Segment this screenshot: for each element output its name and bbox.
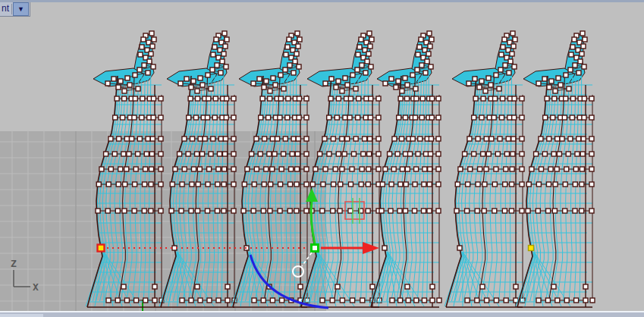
control-point[interactable] — [149, 182, 153, 187]
control-point[interactable] — [363, 115, 368, 120]
control-point[interactable] — [327, 115, 331, 120]
control-point[interactable] — [467, 81, 471, 86]
control-point[interactable] — [296, 137, 300, 141]
control-point[interactable] — [366, 167, 371, 171]
control-point[interactable] — [405, 284, 410, 289]
control-point[interactable] — [556, 76, 561, 80]
control-point[interactable] — [295, 167, 300, 171]
control-point[interactable] — [224, 64, 228, 69]
control-point[interactable] — [221, 182, 226, 187]
control-point[interactable] — [179, 209, 184, 213]
control-point[interactable] — [494, 73, 498, 77]
control-point[interactable] — [222, 167, 227, 171]
control-point[interactable] — [580, 31, 585, 36]
secondary-point-marker[interactable] — [529, 246, 534, 251]
control-point[interactable] — [223, 44, 228, 49]
control-point[interactable] — [143, 167, 148, 171]
control-point[interactable] — [218, 152, 222, 156]
control-point[interactable] — [520, 182, 524, 187]
control-point[interactable] — [198, 137, 203, 141]
control-point[interactable] — [288, 182, 293, 187]
control-point[interactable] — [476, 182, 480, 187]
control-point[interactable] — [351, 152, 356, 156]
control-point[interactable] — [400, 89, 404, 93]
control-point[interactable] — [422, 298, 426, 303]
control-point[interactable] — [539, 137, 543, 141]
control-point[interactable] — [345, 137, 350, 141]
control-point[interactable] — [304, 115, 309, 120]
control-point[interactable] — [304, 137, 309, 141]
control-point[interactable] — [536, 209, 540, 213]
control-point[interactable] — [108, 137, 113, 141]
control-point[interactable] — [543, 115, 548, 120]
control-point[interactable] — [310, 182, 315, 187]
control-point[interactable] — [403, 115, 407, 120]
control-point[interactable] — [133, 96, 137, 101]
control-point[interactable] — [511, 137, 516, 141]
control-point[interactable] — [413, 115, 417, 120]
control-point[interactable] — [457, 246, 462, 250]
control-point[interactable] — [195, 152, 199, 156]
control-point[interactable] — [553, 182, 558, 187]
control-point[interactable] — [583, 284, 588, 289]
control-point[interactable] — [481, 96, 485, 101]
control-point[interactable] — [118, 167, 123, 171]
control-point[interactable] — [492, 182, 497, 187]
control-point[interactable] — [560, 137, 564, 141]
control-point[interactable] — [252, 182, 256, 187]
control-point[interactable] — [501, 45, 505, 49]
control-point[interactable] — [304, 167, 309, 171]
control-point[interactable] — [281, 152, 286, 156]
control-point[interactable] — [475, 298, 479, 303]
control-point[interactable] — [388, 209, 393, 213]
control-point[interactable] — [414, 298, 419, 303]
control-point[interactable] — [200, 152, 205, 156]
control-point[interactable] — [136, 86, 140, 91]
control-point[interactable] — [335, 284, 340, 289]
control-point[interactable] — [283, 137, 287, 141]
control-point[interactable] — [427, 31, 432, 36]
control-point[interactable] — [198, 298, 203, 303]
control-point[interactable] — [503, 63, 507, 67]
control-point[interactable] — [546, 209, 551, 213]
control-point[interactable] — [320, 209, 325, 213]
control-point[interactable] — [140, 96, 145, 101]
control-point[interactable] — [287, 63, 292, 67]
control-point[interactable] — [536, 81, 541, 86]
control-point[interactable] — [291, 137, 296, 141]
control-point[interactable] — [510, 52, 514, 56]
control-point[interactable] — [198, 76, 203, 80]
control-point[interactable] — [293, 59, 297, 64]
control-point[interactable] — [563, 209, 567, 213]
control-point[interactable] — [428, 44, 432, 49]
control-point[interactable] — [96, 182, 101, 187]
control-point[interactable] — [520, 152, 524, 156]
control-point[interactable] — [391, 167, 396, 171]
control-point[interactable] — [552, 209, 557, 213]
control-point[interactable] — [297, 37, 302, 42]
control-point[interactable] — [335, 115, 339, 120]
control-point[interactable] — [574, 298, 579, 303]
control-point[interactable] — [151, 115, 156, 120]
control-point[interactable] — [267, 152, 272, 156]
control-point[interactable] — [192, 167, 196, 171]
control-point[interactable] — [251, 81, 256, 86]
control-point[interactable] — [252, 298, 256, 303]
control-point[interactable] — [401, 167, 405, 171]
control-point[interactable] — [429, 115, 434, 120]
control-point[interactable] — [484, 137, 488, 141]
control-point[interactable] — [473, 77, 477, 81]
control-point[interactable] — [576, 71, 581, 75]
control-point[interactable] — [581, 44, 586, 49]
control-point[interactable] — [368, 44, 372, 49]
control-point[interactable] — [555, 137, 560, 141]
control-point[interactable] — [463, 152, 467, 156]
control-point[interactable] — [520, 115, 524, 120]
control-point[interactable] — [225, 298, 230, 303]
control-point[interactable] — [554, 167, 559, 171]
control-point[interactable] — [279, 167, 284, 171]
control-point[interactable] — [143, 182, 147, 187]
control-point[interactable] — [212, 115, 217, 120]
control-point[interactable] — [124, 137, 129, 141]
control-point[interactable] — [366, 52, 371, 56]
